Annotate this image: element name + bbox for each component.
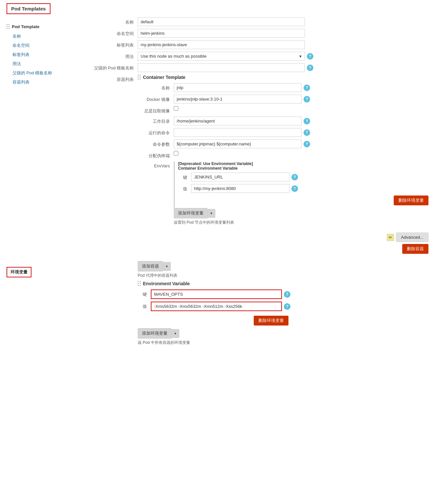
- containers-label: 容器列表: [85, 75, 138, 83]
- usage-help-icon[interactable]: ?: [307, 53, 313, 60]
- add-env-dropdown-wrapper: 添加环境变量 ▾: [174, 208, 215, 218]
- main-env-label-spacer: [85, 281, 138, 283]
- sidebar: Pod Template 名称 命名空间 标签列表 用法 父级的 Pod 模板名…: [7, 17, 82, 277]
- containers-control: Container Template 名称 ?: [138, 75, 428, 258]
- env-value-row: 值 ?: [178, 184, 428, 193]
- ct-docker-row: Docker 镜像 ?: [138, 95, 428, 103]
- name-input[interactable]: [138, 17, 305, 26]
- main-env-key-label: 键: [138, 289, 151, 297]
- ct-workdir-input[interactable]: [174, 117, 302, 125]
- right-panel: 名称 命名空间 标签列表: [82, 17, 428, 352]
- container-drag-icon: [138, 75, 141, 80]
- main-env-value-control: ?: [151, 302, 290, 311]
- sidebar-section-label: Pod Template: [12, 24, 39, 29]
- ct-tty-checkbox[interactable]: [174, 151, 178, 156]
- sidebar-item-containers[interactable]: 容器列表: [7, 78, 82, 87]
- main-delete-env-btn[interactable]: 删除环境变量: [254, 316, 288, 326]
- labels-input[interactable]: [138, 40, 305, 49]
- labels-control: [138, 40, 428, 49]
- add-env-dropdown-arrow[interactable]: ▾: [208, 209, 215, 218]
- ct-workdir-help-icon[interactable]: ?: [304, 118, 310, 124]
- container-template-label: Container Template: [143, 75, 186, 80]
- parent-input[interactable]: [138, 63, 305, 72]
- add-env-block: 添加环境变量 ▾ 设置到 Pod 节点中的环境变量列表: [174, 208, 234, 225]
- container-form: 名称 ? Docker 镜像: [138, 83, 428, 229]
- drag-handle-icon: [7, 24, 10, 29]
- add-container-control: 添加容器 ▾ Pod 代理中的容器列表: [138, 261, 428, 278]
- main-env-row: Environment Variable 键 ? 值: [85, 281, 428, 349]
- ct-envvars-label: EnvVars: [138, 161, 174, 168]
- env-value-help-icon[interactable]: ?: [291, 185, 298, 192]
- main-env-key-input[interactable]: [151, 289, 282, 299]
- ct-workdir-label: 工作目录: [138, 117, 174, 124]
- delete-container-btn[interactable]: 删除容器: [402, 244, 428, 254]
- ct-workdir-row: 工作目录 ?: [138, 117, 428, 125]
- namespace-control: [138, 29, 428, 38]
- ct-docker-label: Docker 镜像: [138, 95, 174, 103]
- namespace-input[interactable]: [138, 29, 305, 38]
- main-env-value-input[interactable]: [151, 302, 282, 311]
- page-container: Pod Templates Pod Template 名称 命名空间: [0, 0, 435, 355]
- env-var-sidebar-label: 环境变量: [7, 267, 31, 277]
- add-env-btn[interactable]: 添加环境变量: [174, 208, 208, 218]
- env-value-label: 值: [178, 184, 191, 192]
- delete-container-row: 删除容器: [138, 244, 428, 254]
- pod-templates-title: Pod Templates: [11, 6, 46, 11]
- ct-always-pull-control: [174, 106, 428, 111]
- container-template-title: Container Template: [138, 75, 428, 80]
- ct-envvars-row: EnvVars [Deprecated: Use Environment Var…: [138, 161, 428, 229]
- ct-args-input[interactable]: [174, 140, 302, 148]
- main-add-env-block: 添加环境变量 ▾ 该 Pod 中所有容器的环境变量: [138, 328, 190, 345]
- main-env-value-help-icon[interactable]: ?: [284, 303, 290, 310]
- labels-row: 标签列表: [85, 40, 428, 49]
- ct-cmd-label: 运行的命令: [138, 128, 174, 136]
- add-container-btn[interactable]: 添加容器: [138, 261, 163, 271]
- env-value-input[interactable]: [191, 184, 289, 193]
- usage-label: 用法: [85, 52, 138, 60]
- labels-label: 标签列表: [85, 40, 138, 48]
- main-env-key-control: ?: [151, 289, 290, 299]
- ct-cmd-help-icon[interactable]: ?: [304, 129, 310, 136]
- ct-cmd-input[interactable]: [174, 128, 302, 137]
- main-add-env-btn[interactable]: 添加环境变量: [138, 328, 171, 339]
- main-env-title: Environment Variable: [138, 281, 190, 286]
- add-container-label-spacer: [85, 261, 138, 263]
- usage-control: Use this node as much as possibleOnly bu…: [138, 52, 428, 61]
- main-env-section-label: Environment Variable: [143, 281, 190, 286]
- ct-always-pull-checkbox[interactable]: [174, 106, 178, 111]
- namespace-label: 命名空间: [85, 29, 138, 37]
- sidebar-item-labels[interactable]: 标签列表: [7, 50, 82, 59]
- ct-docker-help-icon[interactable]: ?: [304, 96, 310, 103]
- container-template-block: Container Template 名称 ?: [138, 75, 428, 258]
- main-env-key-help-icon[interactable]: ?: [284, 291, 290, 298]
- ct-args-row: 命令参数 ?: [138, 140, 428, 148]
- ct-name-row: 名称 ?: [138, 83, 428, 92]
- sidebar-item-usage[interactable]: 用法: [7, 59, 82, 68]
- main-add-env-dropdown-arrow[interactable]: ▾: [171, 329, 179, 338]
- ct-args-help-icon[interactable]: ?: [304, 141, 310, 147]
- ct-name-input[interactable]: [174, 83, 302, 92]
- sidebar-item-namespace[interactable]: 命名空间: [7, 41, 82, 50]
- bottom-note: 该 Pod 中所有容器的环境变量: [138, 340, 190, 345]
- usage-row: 用法 Use this node as much as possibleOnly…: [85, 52, 428, 61]
- sidebar-pod-template-title: Pod Template: [7, 24, 82, 29]
- add-container-dropdown-wrapper: 添加容器 ▾: [138, 261, 171, 271]
- name-control: [138, 17, 428, 26]
- usage-select[interactable]: Use this node as much as possibleOnly bu…: [138, 52, 305, 61]
- add-container-dropdown-arrow[interactable]: ▾: [163, 262, 171, 271]
- main-env-control: Environment Variable 键 ? 值: [138, 281, 428, 349]
- ct-always-pull-row: 总是拉取镜像: [138, 106, 428, 114]
- sidebar-item-parent[interactable]: 父级的 Pod 模板名称: [7, 68, 82, 78]
- env-key-help-icon[interactable]: ?: [291, 174, 298, 180]
- env-key-control: ?: [191, 173, 428, 181]
- advanced-btn[interactable]: Advanced...: [396, 233, 428, 242]
- main-delete-env-row: 删除环境变量: [138, 316, 288, 326]
- ct-name-help-icon[interactable]: ?: [304, 84, 310, 91]
- env-key-input[interactable]: [191, 173, 289, 181]
- ct-docker-input[interactable]: [174, 95, 302, 103]
- edit-icon[interactable]: [387, 234, 394, 241]
- parent-help-icon[interactable]: ?: [307, 65, 313, 71]
- sidebar-item-name[interactable]: 名称: [7, 32, 82, 41]
- deprecated-notice: [Deprecated: Use Environment Variable] C…: [178, 161, 428, 171]
- delete-env-button[interactable]: 删除环境变量: [394, 196, 428, 205]
